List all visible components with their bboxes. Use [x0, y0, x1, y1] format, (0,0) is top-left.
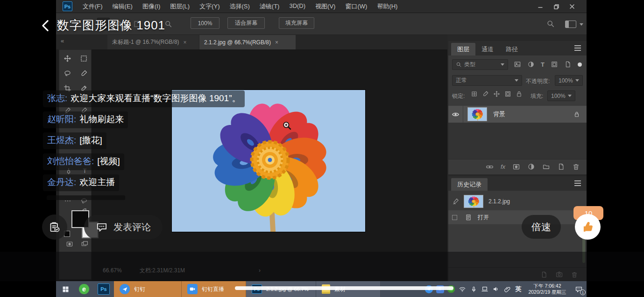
layer-group-icon[interactable] — [542, 163, 550, 171]
menu-file[interactable]: 文件(F) — [83, 2, 103, 11]
tray-clock[interactable]: 下午 7:06:42 2020/2/19 星期三 — [524, 283, 571, 295]
menu-image[interactable]: 图像(I) — [142, 2, 160, 11]
link-layers-icon[interactable] — [486, 163, 494, 171]
like-button[interactable] — [575, 214, 601, 240]
workspace-chevron-down-icon[interactable] — [580, 23, 583, 26]
collapse-panel-chevrons[interactable]: « — [61, 37, 64, 44]
blend-mode-select[interactable]: 正常 — [452, 75, 522, 86]
tray-wifi-icon[interactable] — [457, 281, 468, 297]
menu-window[interactable]: 窗口(W) — [345, 2, 367, 11]
opacity-value[interactable]: 100% — [555, 75, 583, 86]
lock-all-icon[interactable] — [516, 90, 523, 97]
adjustment-layer-icon[interactable] — [527, 163, 535, 171]
delete-layer-icon[interactable] — [572, 163, 580, 171]
search-icon[interactable] — [546, 20, 555, 28]
start-button[interactable] — [56, 281, 75, 297]
screen-mode-icon[interactable] — [81, 240, 88, 248]
lock-label: 锁定: — [452, 92, 465, 100]
layer-filter-select[interactable]: 类型 — [452, 59, 508, 70]
minimize-button[interactable] — [532, 0, 548, 13]
zoom-100-button[interactable]: 100% — [191, 17, 219, 29]
layer-lock-icon — [573, 111, 580, 117]
filter-smartobject-icon[interactable] — [564, 61, 572, 68]
move-tool-icon[interactable] — [64, 55, 71, 62]
ps-menus: 文件(F) 编辑(E) 图像(I) 图层(L) 文字(Y) 选择(S) 滤镜(T… — [83, 2, 397, 11]
new-layer-icon[interactable] — [557, 163, 565, 171]
menu-help[interactable]: 帮助(H) — [377, 2, 397, 11]
chat-username: 金丹达: — [47, 177, 76, 187]
tab-history[interactable]: 历史记录 — [451, 178, 488, 191]
filter-shape-icon[interactable] — [551, 61, 558, 68]
browser-taskbar-icon[interactable]: e — [75, 281, 93, 297]
playback-speed-button[interactable]: 倍速 — [522, 215, 561, 239]
layer-thumbnail[interactable] — [468, 108, 487, 121]
add-mask-icon[interactable] — [512, 163, 520, 171]
panel-menu-icon[interactable] — [574, 180, 581, 184]
marquee-tool-icon[interactable] — [80, 55, 88, 62]
notification-center-icon[interactable]: 1 — [571, 281, 587, 297]
quick-select-tool-icon[interactable] — [80, 69, 88, 77]
tab-untitled-1[interactable]: 未标题-1 @ 16.7%(RGB/8)× — [107, 35, 199, 49]
tab-layers[interactable]: 图层 — [451, 43, 475, 55]
lock-transparent-icon[interactable] — [471, 90, 478, 97]
tab-close-icon[interactable]: × — [184, 39, 187, 46]
tray-volume-icon[interactable] — [490, 281, 502, 297]
menu-select[interactable]: 选择(S) — [229, 2, 249, 11]
layer-row-background[interactable]: 背景 — [448, 106, 587, 123]
lasso-tool-icon[interactable] — [64, 69, 71, 77]
history-snapshot-row[interactable]: 2.1.2.jpg — [448, 193, 587, 209]
tray-laptop-icon[interactable] — [479, 281, 490, 297]
menu-type[interactable]: 文字(Y) — [199, 2, 219, 11]
layer-style-fx-icon[interactable]: fx — [501, 163, 505, 170]
filter-type-icon[interactable]: T — [541, 61, 545, 68]
tab-close-icon[interactable]: × — [275, 39, 278, 46]
notification-badge: 1 — [580, 290, 586, 295]
thumbs-up-icon — [581, 221, 594, 234]
workspace-icon[interactable] — [565, 21, 576, 28]
restore-button[interactable] — [548, 0, 564, 13]
lock-artboard-icon[interactable] — [504, 90, 511, 97]
snapshot-name[interactable]: 2.1.2.jpg — [488, 198, 510, 205]
snapshot-thumbnail[interactable] — [464, 195, 483, 207]
tab-paths[interactable]: 路径 — [500, 43, 524, 55]
chat-message: 刘恺怡爸爸:[视频] — [43, 153, 124, 170]
lock-paint-icon[interactable] — [482, 90, 489, 97]
quick-mask-icon[interactable] — [66, 240, 73, 248]
history-source-checkbox[interactable] — [452, 215, 457, 220]
filter-toggle-dot[interactable] — [578, 62, 582, 67]
history-state-row-open[interactable]: 打开 — [448, 210, 587, 224]
home-indicator[interactable] — [235, 286, 453, 290]
tray-clip-icon[interactable] — [502, 281, 513, 297]
panel-menu-icon[interactable] — [574, 45, 581, 48]
filter-pixel-icon[interactable] — [514, 61, 521, 68]
chat-message: 张志:欢迎大家来观看直播“数字图形图像 1901”。 — [43, 90, 245, 107]
layer-visibility-eye-icon[interactable] — [448, 106, 463, 123]
chat-username: 张志: — [47, 93, 67, 103]
fill-screen-button[interactable]: 填充屏幕 — [279, 17, 314, 29]
photoshop-taskbar-icon[interactable]: Ps — [93, 281, 114, 297]
zoom-cursor-icon — [282, 121, 292, 133]
lock-position-icon[interactable] — [493, 90, 500, 97]
menu-3d[interactable]: 3D(D) — [289, 2, 305, 11]
layer-name[interactable]: 背景 — [493, 110, 505, 118]
fill-value[interactable]: 100% — [547, 90, 575, 101]
history-brush-icon[interactable] — [452, 198, 460, 205]
tray-date: 2020/2/19 星期三 — [524, 289, 571, 295]
back-button[interactable] — [40, 20, 50, 32]
menu-layer[interactable]: 图层(L) — [170, 2, 190, 11]
taskbar-item-dingtalk[interactable]: 钉钉 — [114, 281, 182, 297]
fit-screen-button[interactable]: 适合屏幕 — [227, 17, 265, 29]
tray-usb-icon[interactable] — [468, 281, 479, 297]
close-button[interactable] — [564, 0, 580, 13]
sign-in-button[interactable] — [42, 214, 67, 240]
post-comment-button[interactable]: 发表评论 — [84, 215, 163, 239]
tab-212-jpg[interactable]: 2.1.2.jpg @ 66.7%(RGB/8)× — [199, 35, 296, 49]
history-state-name[interactable]: 打开 — [478, 214, 489, 221]
tray-input-language[interactable]: 英 — [513, 281, 524, 297]
menu-edit[interactable]: 编辑(E) — [113, 2, 133, 11]
menu-view[interactable]: 视图(V) — [315, 2, 335, 11]
zoom-all-icon[interactable] — [164, 20, 172, 28]
filter-adjustment-icon[interactable] — [527, 61, 535, 68]
tab-channels[interactable]: 通道 — [475, 43, 500, 55]
menu-filter[interactable]: 滤镜(T) — [260, 2, 280, 11]
